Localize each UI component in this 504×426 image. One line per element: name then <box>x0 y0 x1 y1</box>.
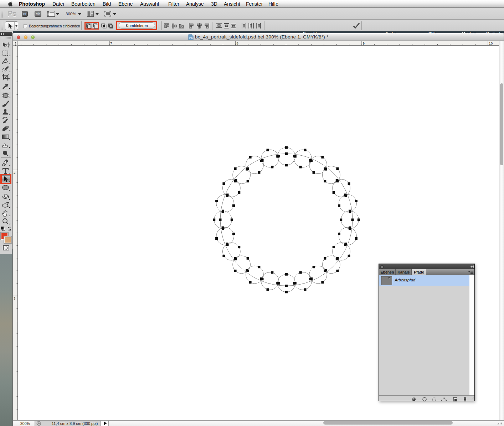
svg-text:9: 9 <box>363 41 365 45</box>
svg-text:2: 2 <box>14 171 15 175</box>
svg-text:7: 7 <box>110 41 112 45</box>
svg-text:8: 8 <box>236 41 238 45</box>
svg-text:10: 10 <box>489 41 493 45</box>
svg-text:3: 3 <box>14 296 15 300</box>
svg-text:PS: PS <box>189 37 193 39</box>
